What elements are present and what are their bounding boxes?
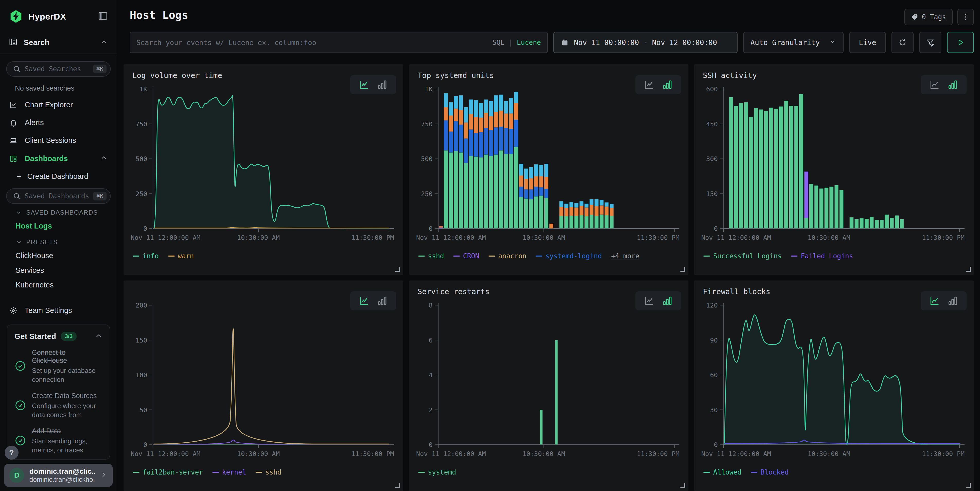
legend-item[interactable]: sshd xyxy=(256,468,282,476)
legend-label: Failed Logins xyxy=(800,252,853,260)
chart-card-auth-failures: 200150100500Nov 11 12:00:00 AM10:30:00 A… xyxy=(124,281,403,491)
legend-item[interactable]: warn xyxy=(168,252,194,260)
bar-chart-toggle-icon[interactable] xyxy=(377,295,388,307)
chart-plot: 1K7505002500Nov 11 12:00:00 AM10:30:00 A… xyxy=(129,83,398,249)
sidebar-item-team-settings[interactable]: Team Settings xyxy=(0,302,117,319)
legend-item[interactable]: Failed Logins xyxy=(791,252,853,260)
saved-dashboards-field[interactable] xyxy=(25,192,89,200)
chart-type-toggle[interactable] xyxy=(635,291,681,310)
run-query-button[interactable] xyxy=(947,32,974,53)
chart-type-toggle[interactable] xyxy=(921,291,967,310)
bar-chart-toggle-icon[interactable] xyxy=(662,79,673,90)
section-header-label: SAVED DASHBOARDS xyxy=(26,209,98,216)
bar-chart-toggle-icon[interactable] xyxy=(947,295,958,307)
legend-color-dash xyxy=(133,256,140,257)
refresh-button[interactable] xyxy=(891,32,913,53)
svg-text:0: 0 xyxy=(143,225,147,232)
time-range-picker[interactable]: Nov 11 00:00:00 - Nov 12 00:00:00 xyxy=(553,32,738,53)
saved-dashboards-input[interactable]: ⌘K xyxy=(6,188,111,204)
bar-chart-toggle-icon[interactable] xyxy=(377,79,388,90)
event-search-field[interactable] xyxy=(137,38,488,46)
preset-link-clickhouse[interactable]: ClickHouse xyxy=(0,248,117,263)
gear-icon xyxy=(9,307,18,315)
line-chart-toggle-icon[interactable] xyxy=(644,295,655,307)
legend-item[interactable]: fail2ban-server xyxy=(133,468,203,476)
chart-type-toggle[interactable] xyxy=(350,75,396,94)
sidebar-collapse-icon[interactable] xyxy=(98,11,108,22)
no-saved-searches-note: No saved searches xyxy=(0,77,117,96)
sidebar-item-alerts[interactable]: Alerts xyxy=(0,114,117,132)
saved-dashboards-section-header[interactable]: SAVED DASHBOARDS xyxy=(0,204,117,219)
legend-item[interactable]: info xyxy=(133,252,159,260)
lucene-toggle[interactable]: Lucene xyxy=(517,38,541,46)
help-button[interactable]: ? xyxy=(5,446,19,459)
line-chart-toggle-icon[interactable] xyxy=(358,295,370,307)
line-chart-toggle-icon[interactable] xyxy=(929,295,940,307)
sidebar-item-search[interactable]: Search xyxy=(0,30,117,54)
chevron-up-icon[interactable] xyxy=(100,154,108,164)
sidebar-item-client-sessions[interactable]: Client Sessions xyxy=(0,132,117,149)
preset-link-kubernetes[interactable]: Kubernetes xyxy=(0,278,117,292)
svg-text:11:30:00 PM: 11:30:00 PM xyxy=(637,450,679,458)
user-menu[interactable]: D dominic.tran@clic... dominic.tran@clic… xyxy=(4,464,113,487)
saved-searches-input[interactable]: ⌘K xyxy=(6,61,111,77)
event-search-input[interactable]: SQL | Lucene xyxy=(130,32,548,53)
chart-card-service-restarts: Service restarts 86420Nov 11 12:00:00 AM… xyxy=(409,281,689,491)
svg-text:10:30:00 AM: 10:30:00 AM xyxy=(237,234,280,242)
get-started-step[interactable]: Create Data Sources Configure where your… xyxy=(14,392,102,419)
svg-text:60: 60 xyxy=(710,371,718,379)
chevron-up-icon[interactable] xyxy=(100,38,108,47)
get-started-step[interactable]: Connect to ClickHouse Set up your databa… xyxy=(14,349,102,384)
chevron-up-icon[interactable] xyxy=(95,332,102,341)
legend-item[interactable]: CRON xyxy=(453,252,479,260)
tags-button[interactable]: 0 Tags xyxy=(904,9,953,25)
dashboard-link-host-logs[interactable]: Host Logs xyxy=(0,219,117,234)
create-dashboard-button[interactable]: Create Dashboard xyxy=(0,168,117,185)
check-circle-icon xyxy=(14,399,26,412)
svg-text:Nov 11 12:00:00 AM: Nov 11 12:00:00 AM xyxy=(416,234,486,242)
legend-label: +4 more xyxy=(611,252,640,260)
legend-item[interactable]: systemd-logind xyxy=(536,252,602,260)
saved-searches-field[interactable] xyxy=(25,65,89,73)
get-started-step[interactable]: Add Data Start sending logs, metrics, or… xyxy=(14,427,102,455)
svg-text:600: 600 xyxy=(706,86,718,93)
more-options-button[interactable] xyxy=(957,9,974,25)
chart-svg: 200150100500Nov 11 12:00:00 AM10:30:00 A… xyxy=(129,299,398,466)
sql-toggle[interactable]: SQL xyxy=(492,38,504,46)
check-circle-icon xyxy=(14,360,26,373)
sidebar-item-chart-explorer[interactable]: Chart Explorer xyxy=(0,96,117,114)
tag-icon xyxy=(911,13,918,21)
bell-icon xyxy=(9,119,18,127)
sidebar-search-label: Search xyxy=(24,38,49,47)
chart-svg: 1K7505002500Nov 11 12:00:00 AM10:30:00 A… xyxy=(129,83,398,249)
chart-type-toggle[interactable] xyxy=(921,75,967,94)
presets-section-header[interactable]: PRESETS xyxy=(0,234,117,248)
legend-item[interactable]: Allowed xyxy=(703,468,741,476)
line-chart-toggle-icon[interactable] xyxy=(644,79,655,90)
get-started-header[interactable]: Get Started 3/3 xyxy=(14,332,102,341)
bar-chart-toggle-icon[interactable] xyxy=(947,79,958,90)
divider: | xyxy=(509,38,513,46)
app-title: HyperDX xyxy=(28,11,66,22)
chart-type-toggle[interactable] xyxy=(635,75,681,94)
legend-label: Successful Logins xyxy=(713,252,781,260)
legend-item[interactable]: sshd xyxy=(418,252,444,260)
avatar: D xyxy=(9,468,24,483)
granularity-select[interactable]: Auto Granularity xyxy=(743,32,843,53)
live-button[interactable]: Live xyxy=(849,32,886,53)
bar-chart-toggle-icon[interactable] xyxy=(662,295,673,307)
chevron-down-icon xyxy=(829,38,837,47)
legend-item[interactable]: +4 more xyxy=(611,252,640,260)
legend-item[interactable]: kernel xyxy=(212,468,246,476)
legend-item[interactable]: Successful Logins xyxy=(703,252,781,260)
legend-item[interactable]: systemd xyxy=(418,468,456,476)
preset-link-services[interactable]: Services xyxy=(0,263,117,278)
line-chart-toggle-icon[interactable] xyxy=(358,79,370,90)
legend-item[interactable]: anacron xyxy=(488,252,527,260)
chart-type-toggle[interactable] xyxy=(350,291,396,310)
shortcut-badge: ⌘K xyxy=(93,65,107,73)
legend-item[interactable]: Blocked xyxy=(751,468,789,476)
sidebar-item-dashboards[interactable]: Dashboards xyxy=(0,149,117,168)
filter-button[interactable] xyxy=(919,32,942,53)
line-chart-toggle-icon[interactable] xyxy=(929,79,940,90)
